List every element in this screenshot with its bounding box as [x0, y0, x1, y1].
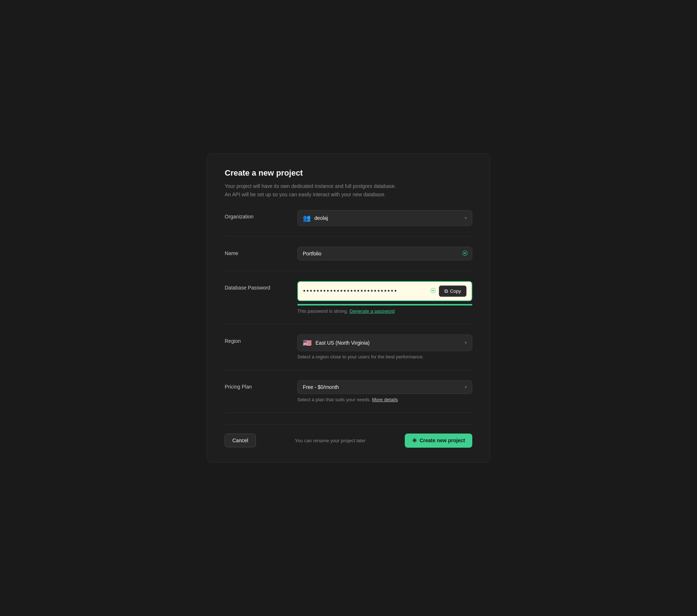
pricing-plan-select[interactable]: Free - $0/month ▾	[297, 380, 472, 394]
create-project-modal: Create a new project Your project will h…	[207, 153, 490, 463]
region-label: Region	[225, 334, 297, 344]
region-row: Region 🇺🇸 East US (North Virginia) ▾ Sel…	[225, 334, 472, 370]
more-details-link[interactable]: More details	[372, 397, 398, 402]
organization-select[interactable]: 👥 deolaj ▾	[297, 210, 472, 226]
modal-subtitle: Your project will have its own dedicated…	[225, 182, 472, 198]
pricing-plan-control: Free - $0/month ▾ Select a plan that sui…	[297, 380, 472, 402]
name-input-wrapper: ⦿	[297, 247, 472, 260]
copy-icon: ⧉	[444, 288, 448, 294]
organization-value: deolaj	[314, 215, 328, 221]
create-project-label: Create new project	[420, 438, 465, 443]
sparkle-icon: ✳	[412, 437, 417, 444]
flag-icon: 🇺🇸	[303, 338, 312, 347]
region-hint: Select a region close to your users for …	[297, 354, 472, 360]
pricing-plan-value: Free - $0/month	[303, 384, 339, 390]
password-strength-icon: ⦿	[430, 288, 436, 294]
pricing-hint: Select a plan that suits your needs. Mor…	[297, 397, 472, 402]
copy-label: Copy	[450, 288, 461, 294]
name-label: Name	[225, 247, 297, 256]
region-value: East US (North Virginia)	[315, 340, 370, 346]
organization-label: Organization	[225, 210, 297, 219]
database-password-row: Database Password ••••••••••••••••••••••…	[225, 281, 472, 324]
password-value: ••••••••••••••••••••••••••••	[303, 287, 427, 295]
pricing-plan-row: Pricing Plan Free - $0/month ▾ Select a …	[225, 380, 472, 413]
organization-row: Organization 👥 deolaj ▾	[225, 210, 472, 237]
name-control: ⦿	[297, 247, 472, 260]
people-icon: 👥	[303, 214, 311, 222]
rename-hint: You can rename your project later	[295, 438, 366, 443]
password-strength-bar	[297, 304, 472, 305]
bars-icon: ⦿	[462, 250, 468, 257]
generate-password-link[interactable]: Generate a password	[350, 308, 395, 314]
password-hint: This password is strong. Generate a pass…	[297, 308, 472, 314]
chevron-down-icon: ▾	[465, 385, 467, 390]
modal-footer: Cancel You can rename your project later…	[225, 424, 472, 448]
database-password-control: •••••••••••••••••••••••••••• ⦿ ⧉ Copy Th…	[297, 281, 472, 314]
chevron-down-icon: ▾	[465, 340, 467, 345]
chevron-down-icon: ▾	[465, 215, 467, 221]
modal-title: Create a new project	[225, 168, 472, 178]
database-password-label: Database Password	[225, 281, 297, 291]
copy-button[interactable]: ⧉ Copy	[439, 286, 466, 297]
name-row: Name ⦿	[225, 247, 472, 271]
name-input[interactable]	[297, 247, 472, 260]
cancel-button[interactable]: Cancel	[225, 434, 256, 447]
organization-control: 👥 deolaj ▾	[297, 210, 472, 226]
region-select[interactable]: 🇺🇸 East US (North Virginia) ▾	[297, 334, 472, 351]
password-field-wrapper: •••••••••••••••••••••••••••• ⦿ ⧉ Copy	[297, 281, 472, 301]
pricing-plan-label: Pricing Plan	[225, 380, 297, 390]
region-control: 🇺🇸 East US (North Virginia) ▾ Select a r…	[297, 334, 472, 360]
create-project-button[interactable]: ✳ Create new project	[405, 434, 472, 448]
